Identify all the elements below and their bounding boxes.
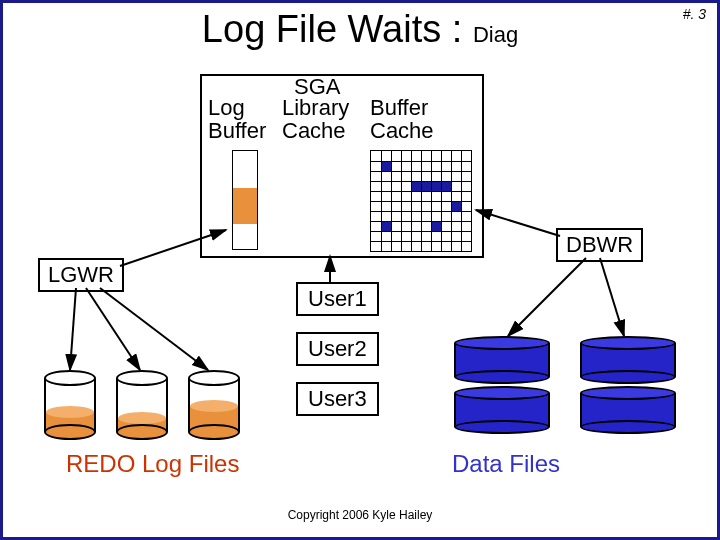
- buffer-cache-dirty-block: [412, 182, 421, 191]
- data-files-label: Data Files: [452, 450, 560, 478]
- redo-log-file: [188, 370, 240, 440]
- redo-log-file: [116, 370, 168, 440]
- redo-log-file: [44, 370, 96, 440]
- buffer-cache-dirty-block: [382, 162, 391, 171]
- title-sub: Diag: [473, 22, 518, 47]
- slide-title: Log File Waits : Diag: [0, 8, 720, 51]
- log-buffer-label: Log Buffer: [208, 96, 266, 142]
- library-cache-label: Library Cache: [282, 96, 349, 142]
- buffer-cache-dirty-block: [432, 222, 441, 231]
- buffer-cache-dirty-block: [432, 182, 441, 191]
- user3-label: User3: [296, 382, 379, 416]
- dbwr-process: DBWR: [556, 228, 643, 262]
- data-file: [580, 336, 676, 384]
- data-file: [454, 336, 550, 384]
- buffer-cache-grid: [370, 150, 472, 252]
- redo-log-files-label: REDO Log Files: [66, 450, 239, 478]
- user1-label: User1: [296, 282, 379, 316]
- buffer-cache-dirty-block: [422, 182, 431, 191]
- buffer-cache-dirty-block: [452, 202, 461, 211]
- copyright: Copyright 2006 Kyle Hailey: [0, 508, 720, 522]
- log-buffer-fill: [232, 188, 258, 224]
- buffer-cache-dirty-block: [382, 222, 391, 231]
- lgwr-process: LGWR: [38, 258, 124, 292]
- buffer-cache-label: Buffer Cache: [370, 96, 434, 142]
- buffer-cache-dirty-block: [442, 182, 451, 191]
- title-main: Log File Waits :: [202, 8, 473, 50]
- user2-label: User2: [296, 332, 379, 366]
- data-file: [580, 386, 676, 434]
- data-file: [454, 386, 550, 434]
